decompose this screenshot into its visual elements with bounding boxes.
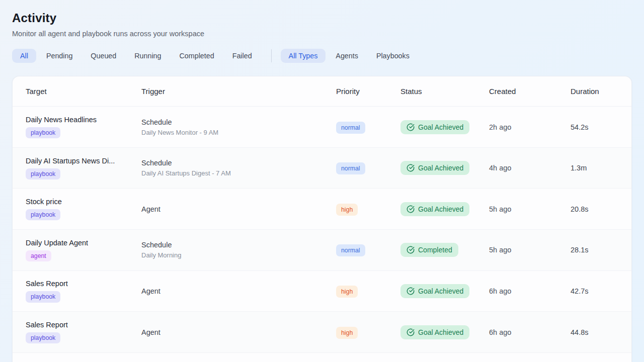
status-badge: Completed bbox=[400, 243, 458, 257]
priority-badge: normal bbox=[336, 244, 365, 256]
page-subtitle: Monitor all agent and playbook runs acro… bbox=[12, 30, 632, 38]
trigger-type: Schedule bbox=[141, 241, 336, 249]
target-cell: Daily Update Agent agent bbox=[26, 239, 141, 261]
column-header-duration: Duration bbox=[571, 87, 631, 96]
status-cell: Goal Achieved bbox=[400, 325, 489, 339]
created-cell: 6h ago bbox=[489, 287, 571, 295]
trigger-type: Schedule bbox=[141, 118, 336, 126]
column-header-target: Target bbox=[26, 87, 141, 96]
status-badge: Goal Achieved bbox=[400, 120, 469, 134]
type-tab-agents[interactable]: Agents bbox=[328, 49, 366, 63]
circle-check-icon bbox=[407, 123, 415, 131]
trigger-detail: Daily Morning bbox=[141, 251, 336, 259]
activity-page: Activity Monitor all agent and playbook … bbox=[0, 0, 644, 362]
filter-tab-completed[interactable]: Completed bbox=[172, 49, 222, 63]
circle-check-icon bbox=[407, 328, 415, 336]
duration-cell: 44.8s bbox=[571, 328, 631, 336]
status-cell: Goal Achieved bbox=[400, 161, 489, 175]
status-label: Completed bbox=[418, 246, 452, 253]
filter-divider bbox=[271, 49, 272, 62]
filter-tab-pending[interactable]: Pending bbox=[38, 49, 80, 63]
target-cell: Daily News Headlines playbook bbox=[26, 116, 141, 138]
trigger-cell: Agent bbox=[141, 287, 336, 295]
target-name: Daily News Headlines bbox=[26, 116, 97, 124]
table-row[interactable]: Sales Report playbook Agent high Goal Ac… bbox=[13, 312, 631, 353]
priority-badge: normal bbox=[336, 122, 365, 134]
status-badge: Goal Achieved bbox=[400, 161, 469, 175]
column-header-created: Created bbox=[489, 87, 571, 96]
table-row[interactable]: Daily News Headlines playbook Schedule D… bbox=[13, 107, 631, 148]
status-label: Goal Achieved bbox=[418, 164, 463, 171]
status-cell: Goal Achieved bbox=[400, 120, 489, 134]
target-cell: Daily AI Startups News Di... playbook bbox=[26, 157, 141, 179]
target-cell: Sales Report playbook bbox=[26, 280, 141, 302]
circle-check-icon bbox=[407, 246, 415, 254]
priority-badge: high bbox=[336, 327, 358, 339]
status-cell: Goal Achieved bbox=[400, 202, 489, 216]
priority-badge: high bbox=[336, 286, 358, 298]
circle-check-icon bbox=[407, 164, 415, 172]
trigger-type: Agent bbox=[141, 205, 336, 213]
priority-badge: normal bbox=[336, 162, 365, 174]
target-type-badge: playbook bbox=[26, 291, 60, 302]
status-label: Goal Achieved bbox=[418, 206, 463, 213]
priority-cell: normal bbox=[336, 163, 400, 172]
table-body: Daily News Headlines playbook Schedule D… bbox=[13, 107, 631, 353]
filter-tab-queued[interactable]: Queued bbox=[83, 49, 124, 63]
filter-bar: AllPendingQueuedRunningCompletedFailed A… bbox=[12, 49, 632, 63]
status-label: Goal Achieved bbox=[418, 124, 463, 131]
status-badge: Goal Achieved bbox=[400, 325, 469, 339]
trigger-type: Agent bbox=[141, 328, 336, 336]
created-cell: 2h ago bbox=[489, 123, 571, 131]
target-name: Daily AI Startups News Di... bbox=[26, 157, 115, 165]
table-header-row: TargetTriggerPriorityStatusCreatedDurati… bbox=[13, 76, 631, 107]
target-type-badge: playbook bbox=[26, 127, 60, 138]
table-row[interactable]: Daily AI Startups News Di... playbook Sc… bbox=[13, 148, 631, 189]
filter-tab-running[interactable]: Running bbox=[126, 49, 169, 63]
trigger-cell: Agent bbox=[141, 205, 336, 213]
status-cell: Goal Achieved bbox=[400, 284, 489, 298]
type-tab-playbooks[interactable]: Playbooks bbox=[368, 49, 418, 63]
column-header-priority: Priority bbox=[336, 87, 400, 96]
trigger-cell: Schedule Daily AI Startups Digest - 7 AM bbox=[141, 159, 336, 177]
status-cell: Completed bbox=[400, 243, 489, 257]
target-type-badge: agent bbox=[26, 250, 51, 261]
page-title: Activity bbox=[12, 11, 632, 25]
target-type-badge: playbook bbox=[26, 332, 60, 343]
status-label: Goal Achieved bbox=[418, 288, 463, 295]
status-label: Goal Achieved bbox=[418, 329, 463, 336]
filter-tab-failed[interactable]: Failed bbox=[224, 49, 260, 63]
trigger-type: Agent bbox=[141, 287, 336, 295]
circle-check-icon bbox=[407, 287, 415, 295]
column-header-trigger: Trigger bbox=[141, 87, 336, 96]
duration-cell: 28.1s bbox=[571, 246, 631, 254]
target-type-badge: playbook bbox=[26, 209, 60, 220]
priority-cell: normal bbox=[336, 245, 400, 254]
trigger-cell: Schedule Daily Morning bbox=[141, 241, 336, 259]
table-row[interactable]: Stock price playbook Agent high Goal Ach… bbox=[13, 189, 631, 230]
priority-badge: high bbox=[336, 204, 358, 216]
column-header-status: Status bbox=[400, 87, 489, 96]
table-row[interactable]: Daily Update Agent agent Schedule Daily … bbox=[13, 230, 631, 271]
trigger-detail: Daily News Monitor - 9 AM bbox=[141, 129, 336, 136]
created-cell: 4h ago bbox=[489, 164, 571, 172]
duration-cell: 1.3m bbox=[571, 164, 631, 172]
type-tab-all-types[interactable]: All Types bbox=[281, 49, 326, 63]
target-cell: Stock price playbook bbox=[26, 198, 141, 220]
table-row[interactable]: Sales Report playbook Agent high Goal Ac… bbox=[13, 271, 631, 312]
trigger-cell: Schedule Daily News Monitor - 9 AM bbox=[141, 118, 336, 136]
target-name: Sales Report bbox=[26, 280, 68, 288]
activity-table-card: TargetTriggerPriorityStatusCreatedDurati… bbox=[12, 76, 632, 362]
status-filter-group: AllPendingQueuedRunningCompletedFailed bbox=[12, 49, 260, 63]
priority-cell: high bbox=[336, 287, 400, 296]
target-type-badge: playbook bbox=[26, 168, 60, 179]
created-cell: 6h ago bbox=[489, 328, 571, 336]
priority-cell: normal bbox=[336, 123, 400, 132]
duration-cell: 20.8s bbox=[571, 205, 631, 213]
filter-tab-all[interactable]: All bbox=[12, 49, 36, 63]
trigger-cell: Agent bbox=[141, 328, 336, 336]
type-filter-group: All TypesAgentsPlaybooks bbox=[281, 49, 418, 63]
target-cell: Sales Report playbook bbox=[26, 321, 141, 343]
priority-cell: high bbox=[336, 328, 400, 337]
status-badge: Goal Achieved bbox=[400, 284, 469, 298]
